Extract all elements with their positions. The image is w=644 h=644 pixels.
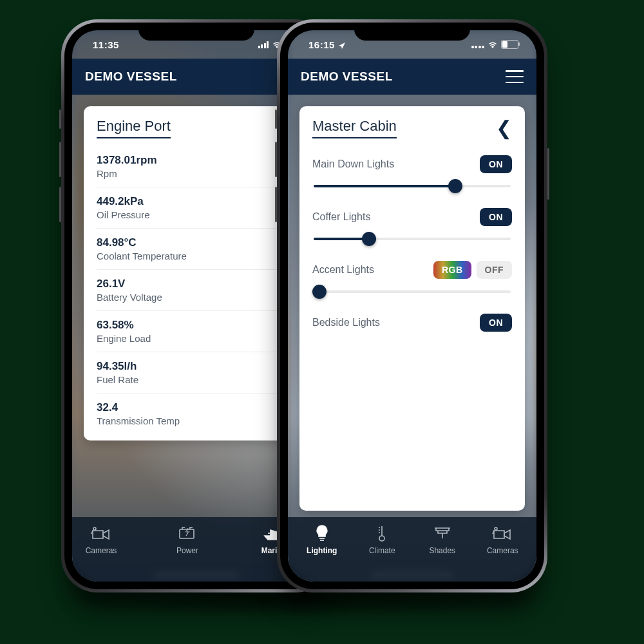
tab-label: Climate [369, 546, 395, 555]
light-name: Accent Lights [312, 264, 374, 276]
stat-row: 26.1VBattery Voltage [97, 270, 296, 311]
toggle-button[interactable]: OFF [477, 261, 513, 279]
cellular-signal-icon [258, 41, 269, 48]
camera-icon [90, 524, 112, 543]
stats-list: 1378.01rpmRpm449.2kPaOil Pressure84.98°C… [97, 146, 296, 434]
tab-climate[interactable]: Climate [352, 524, 413, 555]
stat-value: 84.98°C [97, 236, 296, 249]
phone-right: 16:15 DEMO VESSEL [277, 19, 547, 592]
light-name: Bedside Lights [312, 317, 380, 328]
stat-row: 84.98°CCoolant Temperature [97, 229, 296, 270]
rgb-button[interactable]: RGB [433, 261, 471, 279]
brightness-slider[interactable] [314, 185, 511, 187]
stat-value: 26.1V [97, 278, 296, 290]
app-title: DEMO VESSEL [301, 70, 393, 84]
menu-button[interactable] [506, 70, 524, 83]
stat-label: Transmission Temp [97, 415, 296, 426]
tab-label: Power [176, 546, 198, 555]
light-name: Main Down Lights [312, 158, 394, 170]
stat-row: 32.4Transmission Temp [97, 393, 296, 434]
stat-value: 94.35l/h [97, 360, 296, 373]
app-title: DEMO VESSEL [85, 70, 177, 84]
cellular-signal-icon [471, 41, 485, 48]
stat-row: 1378.01rpmRpm [97, 146, 296, 187]
status-time: 11:35 [93, 39, 119, 50]
tab-lighting[interactable]: Lighting [292, 524, 352, 555]
notch [354, 23, 470, 41]
status-time: 16:15 [308, 39, 335, 50]
stat-row: 63.58%Engine Load [97, 311, 296, 352]
toggle-button[interactable]: ON [480, 155, 512, 173]
camera-icon [491, 524, 513, 543]
stat-row: 449.2kPaOil Pressure [97, 187, 296, 229]
light-row: Coffer LightsON [312, 199, 512, 252]
shade-icon [431, 524, 453, 543]
stat-value: 449.2kPa [97, 195, 296, 208]
tab-power[interactable]: Power [144, 524, 231, 555]
card-title: Master Cabin [312, 118, 397, 138]
notch [138, 23, 254, 41]
light-row: Main Down LightsON [312, 146, 512, 199]
app-header: DEMO VESSEL [288, 59, 536, 95]
battery-icon [176, 524, 198, 543]
svg-point-3 [495, 527, 497, 530]
bulb-icon [311, 524, 333, 543]
stat-label: Oil Pressure [97, 209, 296, 220]
slider-thumb[interactable] [448, 179, 462, 193]
stat-label: Fuel Rate [97, 374, 296, 385]
back-chevron-icon[interactable]: ❮ [496, 122, 512, 134]
tab-label: Cameras [86, 546, 117, 555]
brightness-slider[interactable] [314, 290, 511, 293]
location-icon [338, 41, 346, 48]
svg-point-0 [93, 527, 96, 530]
battery-icon [501, 40, 518, 49]
tab-cameras[interactable]: Cameras [72, 524, 144, 555]
tab-label: Lighting [307, 546, 337, 555]
light-row: Bedside LightsON [312, 305, 512, 355]
stat-label: Rpm [97, 168, 296, 179]
slider-thumb[interactable] [362, 232, 376, 246]
brightness-slider[interactable] [314, 238, 511, 240]
stat-value: 1378.01rpm [97, 154, 296, 167]
stat-value: 63.58% [97, 319, 296, 332]
stat-row: 94.35l/hFuel Rate [97, 352, 296, 393]
tab-label: Shades [429, 546, 455, 555]
slider-thumb[interactable] [312, 285, 327, 299]
tab-cameras[interactable]: Cameras [473, 524, 533, 555]
stat-value: 32.4 [97, 401, 296, 414]
svg-point-2 [379, 536, 384, 541]
card-title: Engine Port [97, 118, 171, 138]
lighting-card: Master Cabin ❮ Main Down LightsONCoffer … [299, 106, 525, 511]
light-name: Coffer Lights [312, 211, 370, 223]
toggle-button[interactable]: ON [480, 314, 512, 332]
stat-label: Coolant Temperature [97, 251, 296, 261]
stat-label: Engine Load [97, 333, 296, 344]
stat-label: Battery Voltage [97, 292, 296, 303]
lights-list: Main Down LightsONCoffer LightsONAccent … [312, 146, 512, 355]
light-row: Accent LightsRGBOFF [312, 252, 512, 305]
wifi-icon [488, 41, 498, 48]
thermo-icon [371, 524, 393, 543]
toggle-button[interactable]: ON [480, 208, 512, 226]
tab-label: Cameras [487, 546, 518, 555]
tab-bar: LightingClimateShadesCameras [288, 517, 536, 582]
tab-shades[interactable]: Shades [412, 524, 473, 555]
